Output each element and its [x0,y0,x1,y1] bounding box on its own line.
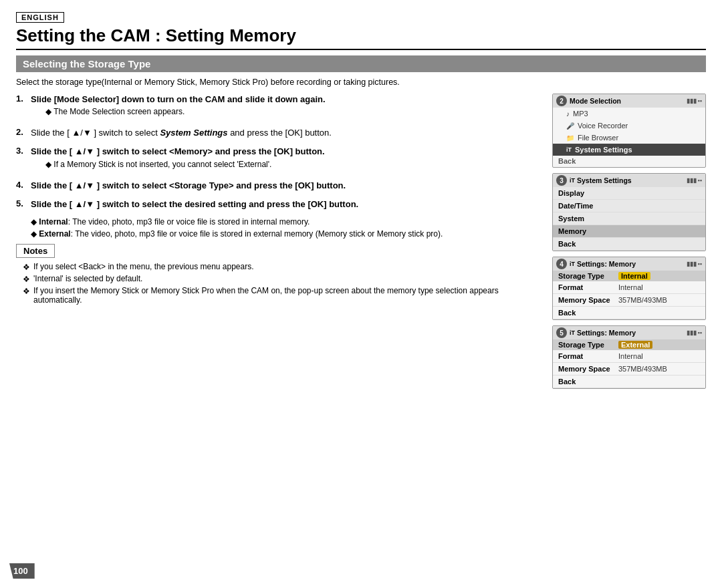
page-title: Setting the CAM : Setting Memory [16,25,706,50]
bullet-internal: Internal: The video, photo, mp3 file or … [31,217,540,227]
screen-4-num: 4 [556,259,567,269]
screen-4-storage-row: Storage Type Internal [553,271,705,281]
diamond-icon-3: ❖ [23,287,30,296]
menu-mp3: MP3 [553,108,705,120]
step-3-text: Slide the [ ▲/▼ ] switch to select <Memo… [31,146,325,156]
sys-icon: iT [570,177,575,184]
battery-icon: ▮▮▮ [687,98,697,104]
screen-2-header: 2 Mode Selection ▮▮▮ ▪▪ [553,94,705,108]
format-value-4: Internal [618,283,643,291]
screen-4-format-row: Format Internal [553,281,705,294]
signal-icon-5: ▪▪ [698,329,702,336]
footer-note-1: ❖ If you select <Back> in the menu, the … [23,262,540,272]
signal-icon-3: ▪▪ [698,177,702,184]
sys-system: System [553,212,705,225]
screen-4: 4 iT Settings: Memory ▮▮▮ ▪▪ Storage Typ… [552,257,706,320]
step-3-note: If a Memory Stick is not inserted, you c… [45,160,325,169]
step-5-num: 5. [16,198,28,208]
screen-5-header: 5 iT Settings: Memory ▮▮▮ ▪▪ [553,326,705,339]
screen-4-back-row: Back [553,307,705,319]
step-4: 4. Slide the [ ▲/▼ ] switch to select <S… [16,180,540,192]
screen-5-title: Settings: Memory [577,329,636,337]
lang-badge: ENGLISH [16,12,64,23]
screen-3: 3 iT System Settings ▮▮▮ ▪▪ Display Date… [552,173,706,251]
bullet-external: External: The video, photo, mp3 file or … [31,229,540,239]
signal-icon-4: ▪▪ [698,261,702,267]
back-label-4: Back [558,309,618,317]
footer-note-3: ❖ If you insert the Memory Stick or Memo… [23,286,540,305]
memspace-label-5: Memory Space [558,365,618,373]
section-header: Selecting the Storage Type [16,55,706,72]
memspace-value-5: 357MB/493MB [618,365,667,373]
battery-icon-3: ▮▮▮ [687,177,697,184]
page-number-area: 100 [9,563,35,579]
sys-back: Back [553,238,705,251]
screen-3-header: 3 iT System Settings ▮▮▮ ▪▪ [553,174,705,187]
menu-file-browser: 📁 File Browser [553,132,705,144]
menu-system-settings: iT System Settings [553,144,705,156]
signal-icon: ▪▪ [698,98,702,104]
step-1: 1. Slide [Mode Selector] down to turn on… [16,94,540,120]
screen-4-title: Settings: Memory [577,260,636,268]
screen-3-icons: ▮▮▮ ▪▪ [687,177,702,184]
left-column: 1. Slide [Mode Selector] down to turn on… [16,94,552,577]
step-5-text: Slide the [ ▲/▼ ] switch to select the d… [31,199,358,209]
step-1-note: The Mode Selection screen appears. [45,107,326,116]
page-number: 100 [13,566,28,576]
screen-2-num: 2 [556,96,567,106]
sys-memory: Memory [553,225,705,238]
back-label-5: Back [558,378,618,386]
format-label-5: Format [558,352,618,360]
screen-5: 5 iT Settings: Memory ▮▮▮ ▪▪ Storage Typ… [552,325,706,389]
step-4-text: Slide the [ ▲/▼ ] switch to select <Stor… [31,180,346,190]
sys-icon-5: iT [570,329,575,336]
memspace-label-4: Memory Space [558,296,618,304]
footer-note-2: ❖ 'Internal' is selected by default. [23,274,540,284]
sys-icon-4: iT [570,261,575,267]
diamond-icon-1: ❖ [23,263,30,272]
step-2-text: Slide the [ ▲/▼ ] switch to select Syste… [31,128,332,138]
step-2: 2. Slide the [ ▲/▼ ] switch to select Sy… [16,127,540,139]
step-5: 5. Slide the [ ▲/▼ ] switch to select th… [16,198,540,210]
storage-type-value-5: External [618,341,652,349]
screen-5-format-row: Format Internal [553,350,705,363]
file-browser-icon: 📁 [566,134,574,142]
screen-2-icons: ▮▮▮ ▪▪ [687,98,702,104]
right-column: 2 Mode Selection ▮▮▮ ▪▪ MP3 🎤 Voice Reco… [552,94,706,577]
menu-voice-recorder: 🎤 Voice Recorder [553,120,705,132]
step-3-num: 3. [16,146,28,156]
battery-icon-5: ▮▮▮ [687,329,697,336]
diamond-icon-2: ❖ [23,275,30,284]
memspace-value-4: 357MB/493MB [618,296,667,304]
system-icon: iT [566,146,572,153]
mp3-icon [566,110,570,118]
screen-4-icons: ▮▮▮ ▪▪ [687,261,702,267]
screen-5-icons: ▮▮▮ ▪▪ [687,329,702,336]
screen-4-header: 4 iT Settings: Memory ▮▮▮ ▪▪ [553,257,705,271]
step-2-num: 2. [16,127,28,137]
screen-5-storage-row: Storage Type External [553,339,705,350]
format-value-5: Internal [618,352,643,360]
battery-icon-4: ▮▮▮ [687,261,697,267]
screen-2-title: Mode Selection [570,97,621,105]
notes-section: Notes ❖ If you select <Back> in the menu… [16,244,540,305]
step-1-num: 1. [16,94,28,104]
voice-icon: 🎤 [566,122,574,130]
format-label-4: Format [558,283,618,291]
screen-3-title: System Settings [577,176,632,184]
screen-5-num: 5 [556,327,567,338]
screen-2: 2 Mode Selection ▮▮▮ ▪▪ MP3 🎤 Voice Reco… [552,94,706,168]
step-1-text: Slide [Mode Selector] down to turn on th… [31,94,326,104]
intro-text: Select the storage type(Internal or Memo… [16,78,706,87]
storage-type-label-4: Storage Type [558,272,618,280]
screen-5-back-row: Back [553,376,705,388]
screen-4-memspace-row: Memory Space 357MB/493MB [553,294,705,307]
step-4-num: 4. [16,180,28,190]
footer-notes: ❖ If you select <Back> in the menu, the … [16,262,540,305]
storage-type-value-4: Internal [618,272,650,280]
step-3: 3. Slide the [ ▲/▼ ] switch to select <M… [16,146,540,172]
sys-datetime: Date/Time [553,200,705,212]
notes-label: Notes [16,244,55,258]
storage-type-label-5: Storage Type [558,341,618,349]
screen-5-memspace-row: Memory Space 357MB/493MB [553,363,705,376]
